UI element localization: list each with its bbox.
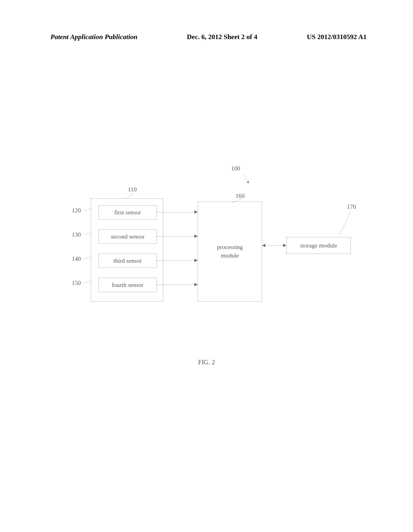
arrow-line-s2 (156, 236, 198, 237)
ref-label-processing: 160 (236, 193, 245, 200)
arrow-head-s1 (194, 210, 198, 214)
fourth-sensor-box: fourth sensor (98, 278, 157, 292)
header-left: Patent Application Publication (50, 33, 138, 41)
ref-label-sensor1: 120 (72, 207, 81, 214)
ref-label-storage: 170 (347, 204, 356, 210)
storage-module-box: storage module (286, 237, 351, 254)
ref-label-sensor-group: 110 (128, 186, 137, 193)
second-sensor-box: second sensor (98, 229, 157, 244)
arrow-head-s3 (194, 259, 198, 262)
arrow-line-s3 (156, 260, 198, 261)
third-sensor-box: third sensor (98, 254, 157, 268)
arrow-head-ps-right (283, 244, 286, 247)
sensor-group-box: first sensor second sensor third sensor … (91, 198, 163, 301)
arrow-line-s1 (156, 212, 198, 212)
processing-module-box: processing module (198, 202, 262, 301)
arrow-line-s4 (156, 285, 198, 285)
ref-label-system: 100 (231, 165, 240, 172)
page-header: Patent Application Publication Dec. 6, 2… (0, 33, 413, 41)
arrow-head-ps-left (262, 244, 265, 247)
ref-label-sensor2: 130 (72, 231, 81, 238)
arrow-head-s4 (194, 283, 198, 286)
ref-label-sensor3: 140 (72, 256, 81, 262)
block-diagram: 100 110 160 170 120 130 140 150 first se… (73, 173, 355, 310)
ref-label-sensor4: 150 (72, 280, 81, 287)
header-right: US 2012/0310592 A1 (307, 33, 367, 41)
first-sensor-box: first sensor (98, 205, 157, 220)
header-center: Dec. 6, 2012 Sheet 2 of 4 (187, 33, 257, 41)
arrow-head-s2 (194, 235, 198, 238)
processing-label: processing module (217, 243, 243, 260)
arrow-line-ps (262, 245, 286, 246)
figure-caption: FIG. 2 (0, 359, 413, 366)
